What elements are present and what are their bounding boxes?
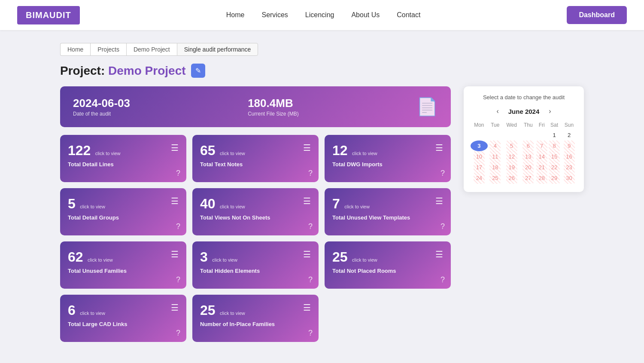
cal-day-12[interactable]: 12 (503, 151, 520, 162)
calendar-panel: Select a date to change the audit ‹ June… (464, 86, 584, 192)
metric-help-icon[interactable]: ? (308, 275, 313, 284)
cal-day-11[interactable]: 11 (488, 151, 503, 162)
metric-card-5[interactable]: 7 click to view ☰ Total Unused View Temp… (325, 188, 451, 235)
metric-top: 25 click to view ☰ (200, 302, 311, 318)
cal-day-6[interactable]: 6 (520, 140, 536, 151)
metric-list-icon: ☰ (303, 196, 311, 206)
nav-link-services[interactable]: Services (261, 11, 288, 18)
metric-click-label: click to view (212, 257, 237, 262)
metric-card-2[interactable]: 12 click to view ☰ Total DWG Imports ? (325, 135, 451, 182)
cal-day-5[interactable]: 5 (503, 140, 520, 151)
metric-card-3[interactable]: 5 click to view ☰ Total Detail Groups ? (60, 188, 186, 235)
metric-number: 7 (332, 196, 340, 211)
breadcrumb-item-2[interactable]: Demo Project (126, 43, 177, 56)
metric-help-icon[interactable]: ? (440, 275, 445, 284)
metrics-grid: 122 click to view ☰ Total Detail Lines ?… (60, 135, 451, 342)
metric-help-icon[interactable]: ? (308, 329, 313, 338)
nav-link-about-us[interactable]: About Us (351, 11, 380, 18)
metric-card-0[interactable]: 122 click to view ☰ Total Detail Lines ? (60, 135, 186, 182)
metric-number-row: 65 click to view (200, 143, 245, 159)
cal-day-9[interactable]: 9 (561, 140, 577, 151)
metric-list-icon: ☰ (303, 143, 311, 153)
metric-number: 25 (200, 302, 216, 318)
metric-card-6[interactable]: 62 click to view ☰ Total Unused Families… (60, 241, 186, 289)
metric-top: 6 click to view ☰ (68, 302, 179, 318)
cal-day-22[interactable]: 22 (547, 162, 561, 173)
cal-day-21[interactable]: 21 (536, 162, 547, 173)
metric-help-icon[interactable]: ? (308, 222, 313, 231)
breadcrumb-item-0[interactable]: Home (60, 43, 90, 56)
cal-day-13[interactable]: 13 (520, 151, 536, 162)
metric-label: Total Detail Groups (68, 214, 179, 221)
metric-help-icon[interactable]: ? (176, 222, 180, 231)
cal-day-15[interactable]: 15 (547, 151, 561, 162)
cal-day-27[interactable]: 27 (520, 173, 536, 183)
metric-help-icon[interactable]: ? (176, 169, 180, 178)
cal-day-10[interactable]: 10 (471, 151, 488, 162)
nav-link-contact[interactable]: Contact (397, 11, 420, 18)
cal-day-14[interactable]: 14 (536, 151, 547, 162)
metric-click-label: click to view (220, 311, 245, 316)
cal-day-30[interactable]: 30 (561, 173, 577, 183)
metric-click-label: click to view (352, 257, 377, 262)
metric-click-label: click to view (88, 257, 113, 262)
cal-day-4[interactable]: 4 (488, 140, 503, 151)
metric-help-icon[interactable]: ? (440, 169, 445, 178)
metric-list-icon: ☰ (171, 196, 179, 206)
metric-click-label: click to view (220, 204, 245, 209)
metric-top: 122 click to view ☰ (68, 143, 179, 159)
metric-label: Number of In-Place Families (200, 321, 311, 327)
cal-day-header: Mon (471, 120, 488, 130)
cal-day-18[interactable]: 18 (488, 162, 503, 173)
audit-header-card: 2024-06-03 Date of the audit 180.4MB Cur… (60, 86, 451, 127)
metric-number-row: 3 click to view (200, 249, 237, 265)
metric-top: 5 click to view ☰ (68, 196, 179, 212)
metric-card-4[interactable]: 40 click to view ☰ Total Views Not On Sh… (192, 188, 319, 235)
calendar-next-button[interactable]: › (546, 107, 553, 116)
cal-day-19[interactable]: 19 (503, 162, 520, 173)
cal-day-25[interactable]: 25 (488, 173, 503, 183)
cal-day-2[interactable]: 2 (561, 130, 577, 140)
metric-list-icon: ☰ (303, 249, 311, 259)
metric-help-icon[interactable]: ? (176, 329, 180, 338)
breadcrumb-item-3[interactable]: Single audit performance (177, 43, 258, 56)
metric-card-9[interactable]: 6 click to view ☰ Total Large CAD Links … (60, 295, 186, 342)
metric-help-icon[interactable]: ? (176, 275, 180, 284)
metric-label: Total Text Notes (200, 161, 311, 168)
cal-day-26[interactable]: 26 (503, 173, 520, 183)
metric-number: 122 (68, 143, 91, 158)
cal-day-24[interactable]: 24 (471, 173, 488, 183)
cal-day-29[interactable]: 29 (547, 173, 561, 183)
metric-card-1[interactable]: 65 click to view ☰ Total Text Notes ? (192, 135, 319, 182)
metric-number-row: 25 click to view (332, 249, 377, 265)
cal-day-20[interactable]: 20 (520, 162, 536, 173)
edit-button[interactable]: ✎ (191, 64, 205, 78)
cal-day-1[interactable]: 1 (547, 130, 561, 140)
metric-help-icon[interactable]: ? (308, 169, 313, 178)
metric-card-10[interactable]: 25 click to view ☰ Number of In-Place Fa… (192, 295, 319, 342)
metric-card-7[interactable]: 3 click to view ☰ Total Hidden Elements … (192, 241, 319, 289)
metric-label: Total Detail Lines (68, 161, 179, 168)
breadcrumb-item-1[interactable]: Projects (90, 43, 126, 56)
metric-click-label: click to view (352, 151, 377, 156)
cal-day-8[interactable]: 8 (547, 140, 561, 151)
metric-number: 65 (200, 143, 216, 158)
dashboard-button[interactable]: Dashboard (567, 6, 627, 24)
metric-label: Total Large CAD Links (68, 321, 179, 327)
nav-link-licencing[interactable]: Licencing (305, 11, 334, 18)
cal-day-16[interactable]: 16 (561, 151, 577, 162)
nav-link-home[interactable]: Home (226, 11, 245, 18)
cal-day-7[interactable]: 7 (536, 140, 547, 151)
metric-click-label: click to view (220, 151, 245, 156)
metric-card-8[interactable]: 25 click to view ☰ Total Not Placed Room… (325, 241, 451, 289)
cal-day-23[interactable]: 23 (561, 162, 577, 173)
metric-help-icon[interactable]: ? (440, 222, 445, 231)
cal-day-3[interactable]: 3 (471, 140, 488, 151)
cal-day-28[interactable]: 28 (536, 173, 547, 183)
metric-top: 62 click to view ☰ (68, 249, 179, 265)
metric-number-row: 62 click to view (68, 249, 113, 265)
cal-day-header: Sat (547, 120, 561, 130)
cal-day-17[interactable]: 17 (471, 162, 488, 173)
layout-row: 2024-06-03 Date of the audit 180.4MB Cur… (60, 86, 584, 342)
calendar-prev-button[interactable]: ‹ (494, 107, 501, 116)
